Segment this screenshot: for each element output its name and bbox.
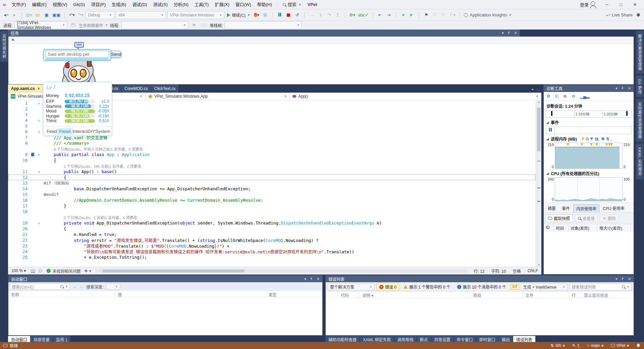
prev-bookmark-button[interactable]: ⚐ bbox=[431, 11, 439, 19]
autos-column-名称[interactable]: 名称 bbox=[8, 291, 115, 297]
lifecycle-events-label[interactable]: 生命周期事件 bbox=[79, 22, 103, 28]
diag-tab-摘要[interactable]: 摘要 bbox=[545, 204, 558, 212]
restore-button[interactable]: □ bbox=[614, 0, 628, 9]
search-button[interactable]: 搜索 ▼ bbox=[279, 1, 305, 9]
line-ending-indicator[interactable]: CRLF bbox=[524, 268, 541, 273]
pet-tab-Panel[interactable]: Panel bbox=[57, 128, 73, 135]
scroll-down-icon[interactable]: ▼ bbox=[536, 263, 542, 266]
pet-drag-handle[interactable] bbox=[74, 42, 84, 48]
menu-item-项目(P)[interactable]: 项目(P) bbox=[88, 0, 109, 9]
tasks-panel-title[interactable]: 任务 ▾ 🖈 ✕ bbox=[8, 30, 520, 37]
settings-gear-icon[interactable]: ⚙ bbox=[546, 94, 550, 99]
window-position-icon[interactable]: ▾ bbox=[304, 277, 306, 281]
error-column-代码[interactable]: 代码 bbox=[338, 292, 360, 298]
zoom-out-icon[interactable]: ⊖ bbox=[572, 94, 575, 99]
error-column-禁止显示状态[interactable]: 禁止显示状态 bbox=[581, 292, 634, 298]
menu-item-测试(S)[interactable]: 测试(S) bbox=[150, 0, 170, 9]
error-list-title[interactable]: 错误列表 ▾ 🖈 ✕ bbox=[326, 276, 634, 282]
menu-item-窗口(W)[interactable]: 窗口(W) bbox=[232, 0, 254, 9]
error-search-input[interactable]: 搜索错误列表 ▼ bbox=[570, 284, 632, 290]
next-bookmark-button[interactable]: ⚐ bbox=[440, 11, 447, 19]
window-position-icon[interactable]: ▾ bbox=[615, 277, 618, 281]
code-line-22[interactable]: 22string errstr = "游戏发生错误,可能是".Translate… bbox=[8, 237, 536, 243]
errors-toggle[interactable]: ✕ 错误 0 bbox=[377, 283, 399, 291]
member-dropdown[interactable]: App() ▼ bbox=[290, 93, 541, 100]
zoom-level-dropdown[interactable]: 100 % ▾ bbox=[8, 268, 29, 273]
new-file-button[interactable]: ▤▾ bbox=[25, 11, 33, 19]
fold-toggle-icon[interactable]: ⊟ bbox=[36, 221, 42, 225]
error-column-select[interactable] bbox=[326, 292, 338, 298]
side-tab-0[interactable]: 解决方案资源管理器 bbox=[636, 31, 643, 74]
feedback-button[interactable]: ⚉ bbox=[635, 11, 642, 19]
key-filter-badge[interactable]: ⚿7 bbox=[511, 284, 519, 290]
pet-tab-Feed[interactable]: Feed bbox=[47, 129, 57, 134]
autos-column-值[interactable]: 值 bbox=[115, 291, 266, 297]
book-icon[interactable]: 🕮 bbox=[29, 267, 37, 275]
tab-live-visual-tree[interactable]: 实时可视化树 bbox=[0, 31, 8, 62]
editor-vertical-scrollbar[interactable]: ▲ ▼ bbox=[536, 100, 541, 267]
stop-debugging-button[interactable] bbox=[285, 11, 292, 19]
diag-tab-内存使用率[interactable]: 内存使用率 bbox=[573, 204, 599, 212]
solution-configuration-dropdown[interactable]: Debug▼ bbox=[86, 11, 114, 19]
pin-icon[interactable]: 🖈 bbox=[37, 87, 41, 91]
search-depth-dropdown[interactable]: ▼ bbox=[106, 284, 120, 290]
inheritance-margin-icon[interactable] bbox=[31, 153, 34, 156]
repository-button[interactable]: VPet ▾ bbox=[607, 342, 633, 349]
comment-button[interactable]: ≡ bbox=[399, 11, 407, 19]
restart-button[interactable]: ↺ bbox=[293, 11, 301, 19]
fold-toggle-icon[interactable]: ⊟ bbox=[36, 102, 42, 105]
menu-item-编辑(E)[interactable]: 编辑(E) bbox=[29, 0, 50, 9]
flag-threads-icon[interactable]: ⚑ bbox=[191, 21, 198, 29]
fold-toggle-icon[interactable]: ⊟ bbox=[36, 119, 42, 122]
collapse-icon[interactable]: ◢ bbox=[546, 137, 549, 141]
codelens-row[interactable]: 0 个引用|ZouJin，1 天前|1 名作者，4 项更改 bbox=[8, 214, 536, 220]
code-line-9[interactable]: 9⊟public partial class App : Application bbox=[8, 152, 536, 157]
codelens-row[interactable]: 4 个引用|ZouJin，不到 5 分钟之前|1 名作者，6 项更改 bbox=[8, 146, 536, 152]
pin-icon[interactable]: 🖈 bbox=[621, 86, 625, 91]
apply-code-changes-button[interactable]: ⎘ bbox=[262, 11, 269, 19]
pet-tab-DIY[interactable]: DIY bbox=[88, 129, 95, 134]
code-line-23[interactable]: 23"游戏或者MOD".Translate() : $"MOD({CoreMOD… bbox=[8, 243, 536, 249]
close-icon[interactable]: ✕ bbox=[317, 277, 320, 281]
fold-toggle-icon[interactable]: ⊟ bbox=[36, 170, 42, 173]
notifications-bell-button[interactable] bbox=[633, 342, 644, 349]
stack-frame-dropdown[interactable]: ▼ bbox=[225, 21, 302, 29]
fold-toggle-icon[interactable]: ⊟ bbox=[36, 153, 42, 156]
scroll-up-icon[interactable]: ▲ bbox=[536, 101, 542, 104]
listen-icon[interactable]: ⚇ bbox=[37, 267, 44, 275]
document-tab-CoreMOD.cs[interactable]: CoreMOD.cs bbox=[121, 85, 151, 93]
save-all-button[interactable]: ▣▣ bbox=[52, 11, 61, 19]
error-column-项目[interactable]: 项目 bbox=[470, 292, 523, 298]
chart-icon[interactable]: ▁▄▂ bbox=[580, 94, 590, 99]
error-column-文件[interactable]: 文件 bbox=[523, 292, 569, 298]
redo-button[interactable]: ↷▾ bbox=[77, 11, 84, 19]
flagged-only-icon[interactable]: ⚑⃠ bbox=[200, 21, 208, 29]
warnings-toggle[interactable]: 展示 1 个警告中的 0 个 bbox=[401, 283, 453, 290]
window-position-icon[interactable]: ▾ bbox=[615, 86, 618, 91]
error-source-dropdown[interactable]: 生成 + IntelliSense▼ bbox=[521, 284, 568, 290]
application-insights-button[interactable]: Application Insights ▼ bbox=[463, 11, 512, 19]
spell-check-button[interactable]: abc✓ bbox=[357, 11, 369, 19]
close-icon[interactable]: ✕ bbox=[628, 277, 631, 281]
autos-title[interactable]: 自动窗口 ▾ 🖈 ✕ bbox=[8, 276, 322, 282]
show-next-statement-button[interactable]: → bbox=[308, 11, 315, 19]
collapse-icon[interactable]: ◢ bbox=[546, 172, 549, 175]
export-icon[interactable]: ⎗ bbox=[555, 94, 558, 99]
flag-icon[interactable]: ⚑ bbox=[11, 38, 15, 43]
code-line-14[interactable]: 14base.DispatcherUnhandledException += A… bbox=[8, 186, 536, 192]
menu-item-生成(B)[interactable]: 生成(B) bbox=[109, 0, 129, 9]
zoom-in-icon[interactable]: ⊕ bbox=[563, 94, 567, 99]
whitespace-indicator[interactable]: 空格 bbox=[509, 268, 524, 274]
timeline-ruler[interactable]: 1:10分钟 1:20分钟 bbox=[546, 110, 632, 118]
scrollbar-thumb[interactable] bbox=[537, 108, 541, 151]
pet-send-button[interactable]: Send bbox=[111, 51, 121, 58]
navigate-back-button[interactable]: ◄▾ bbox=[2, 11, 9, 19]
open-file-button[interactable]: 🗁 bbox=[34, 11, 42, 19]
line-outdent-icon[interactable]: ⇥ bbox=[385, 11, 392, 19]
code-line-17[interactable]: 17} bbox=[8, 203, 536, 209]
cpu-chart[interactable] bbox=[555, 177, 623, 201]
diagnostic-tools-title[interactable]: 诊断工具 ▾ 🖈 ✕ bbox=[544, 85, 634, 92]
side-tab-1[interactable]: Git 更改 bbox=[636, 76, 643, 97]
step-out-button[interactable]: ↥ bbox=[334, 11, 341, 19]
error-scope-dropdown[interactable]: 整个解决方案▼ bbox=[328, 284, 375, 290]
